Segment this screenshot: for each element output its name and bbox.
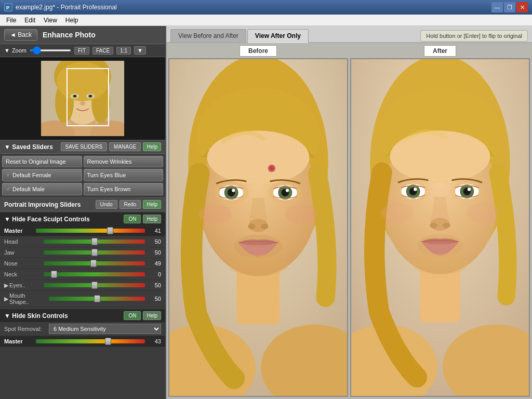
slider-track-nose[interactable] xyxy=(44,260,145,267)
svg-point-17 xyxy=(80,101,85,105)
jaw-thumb[interactable] xyxy=(91,249,98,256)
skin-controls-title: ▼ Hide Skin Controls xyxy=(4,312,68,320)
before-portrait-svg xyxy=(169,59,347,396)
slider-track-master[interactable] xyxy=(36,227,145,234)
svg-point-63 xyxy=(468,188,471,191)
skin-controls-help-button[interactable]: Help xyxy=(143,311,161,320)
after-label[interactable]: After xyxy=(424,45,456,57)
svg-point-10 xyxy=(57,62,109,101)
slider-track-mouth[interactable] xyxy=(49,295,145,302)
eyes-track xyxy=(44,283,145,287)
thumbnail-container[interactable] xyxy=(41,61,124,136)
eyes-thumb[interactable] xyxy=(91,282,98,289)
master-track xyxy=(36,229,145,233)
face-sculpt-on-button[interactable]: ON xyxy=(124,215,141,223)
svg-point-35 xyxy=(232,189,235,192)
slider-value-mouth: 50 xyxy=(148,296,161,302)
preset-grid: Reset to Original Image Remove Wrinkles … xyxy=(0,154,165,198)
close-button[interactable]: ✕ xyxy=(516,2,528,12)
slider-value-nose: 49 xyxy=(148,260,161,267)
remove-wrinkles-label: Remove Wrinkles xyxy=(87,158,132,165)
svg-point-41 xyxy=(270,166,274,170)
slider-row-nose: Nose 49 xyxy=(0,258,165,269)
slider-track-eyes[interactable] xyxy=(44,282,145,289)
svg-point-39 xyxy=(261,224,269,229)
default-male-button[interactable]: ♂ Default Male xyxy=(2,183,82,195)
zoom-arrow-button[interactable]: ▼ xyxy=(134,46,146,55)
master-thumb[interactable] xyxy=(107,227,113,234)
back-button[interactable]: ◄ Back xyxy=(4,29,37,41)
zoom-slider[interactable] xyxy=(30,49,71,51)
titlebar-left: P example2.jpg* - Portrait Professional xyxy=(4,3,117,11)
menu-view[interactable]: View xyxy=(39,16,61,25)
turn-eyes-blue-button[interactable]: Turn Eyes Blue xyxy=(84,169,164,181)
skin-controls-on-button[interactable]: ON xyxy=(124,311,141,320)
thumbnail-image xyxy=(41,61,124,136)
slider-track-head[interactable] xyxy=(44,238,145,245)
skin-master-thumb[interactable] xyxy=(105,338,111,345)
before-pane: Before xyxy=(168,45,348,397)
neck-thumb[interactable] xyxy=(51,271,57,278)
minimize-button[interactable]: — xyxy=(491,2,503,12)
slider-row-master: Master 41 xyxy=(0,225,165,236)
slider-label-nose: Nose xyxy=(4,260,41,267)
slider-track-skin-master[interactable] xyxy=(36,338,145,345)
tab-after-only[interactable]: View After Only xyxy=(247,29,309,43)
manage-button[interactable]: MANAGE xyxy=(109,142,141,151)
slider-value-jaw: 50 xyxy=(148,249,161,256)
portrait-title: Portrait Improving Sliders xyxy=(4,201,81,208)
slider-value-master: 41 xyxy=(148,228,161,234)
saved-sliders-help-button[interactable]: Help xyxy=(143,142,161,151)
spot-removal-row: Spot Removal: 1 Low Sensitivity 3 Low-Me… xyxy=(0,322,165,336)
remove-wrinkles-button[interactable]: Remove Wrinkles xyxy=(84,156,164,167)
saved-sliders-controls: SAVE SLIDERS MANAGE Help xyxy=(61,142,161,151)
zoom-face-button[interactable]: FACE xyxy=(92,47,113,55)
face-sculpt-header: ▼ Hide Face Sculpt Controls ON Help xyxy=(0,212,165,225)
tab-before-and-after[interactable]: View Before and After xyxy=(170,29,246,42)
zoom-1to1-button[interactable]: 1:1 xyxy=(116,47,131,55)
slider-track-jaw[interactable] xyxy=(44,249,145,256)
skin-master-track xyxy=(36,339,145,343)
spot-removal-select[interactable]: 1 Low Sensitivity 3 Low-Medium Sensitivi… xyxy=(49,324,161,334)
mouth-thumb[interactable] xyxy=(94,295,100,302)
svg-point-42 xyxy=(199,204,231,223)
before-label[interactable]: Before xyxy=(240,45,277,57)
svg-point-62 xyxy=(414,188,417,191)
nose-track xyxy=(44,261,145,265)
mouth-track xyxy=(49,297,145,301)
default-female-button[interactable]: ♀ Default Female xyxy=(2,169,82,181)
zoom-fit-button[interactable]: FIT xyxy=(74,47,89,55)
menu-edit[interactable]: Edit xyxy=(20,16,39,25)
head-thumb[interactable] xyxy=(91,238,98,245)
slider-value-head: 50 xyxy=(148,238,161,245)
turn-eyes-brown-button[interactable]: Turn Eyes Brown xyxy=(84,183,164,195)
app-icon: P xyxy=(4,3,12,11)
save-sliders-button[interactable]: SAVE SLIDERS xyxy=(61,142,108,151)
panel-header: ◄ Back Enhance Photo xyxy=(0,26,165,44)
reset-original-button[interactable]: Reset to Original Image xyxy=(2,156,82,167)
eyes-expand-icon[interactable]: ▶ xyxy=(4,282,8,289)
triangle-icon: ▼ xyxy=(4,47,10,54)
slider-value-eyes: 50 xyxy=(148,282,161,288)
svg-point-45 xyxy=(229,255,288,276)
view-tabs-left: View Before and After View After Only xyxy=(170,29,309,42)
portrait-help-button[interactable]: Help xyxy=(143,200,161,209)
window-controls: — ❐ ✕ xyxy=(491,2,528,12)
nose-thumb[interactable] xyxy=(90,260,97,267)
slider-label-head: Head xyxy=(4,238,41,245)
redo-button[interactable]: Redo xyxy=(119,200,141,209)
svg-point-43 xyxy=(285,204,317,223)
svg-text:P: P xyxy=(6,5,9,10)
mouth-expand-icon[interactable]: ▶ xyxy=(4,296,8,302)
slider-track-neck[interactable] xyxy=(44,271,145,278)
menu-file[interactable]: File xyxy=(2,16,20,25)
menu-help[interactable]: Help xyxy=(61,16,83,25)
svg-point-68 xyxy=(467,203,499,222)
svg-point-16 xyxy=(89,95,91,97)
panel-title: Enhance Photo xyxy=(43,31,96,39)
slider-label-eyes: ▶ Eyes.. xyxy=(4,282,41,289)
face-sculpt-help-button[interactable]: Help xyxy=(143,215,161,223)
slider-label-jaw: Jaw xyxy=(4,249,41,256)
undo-button[interactable]: Undo xyxy=(96,200,117,209)
restore-button[interactable]: ❐ xyxy=(504,2,515,12)
